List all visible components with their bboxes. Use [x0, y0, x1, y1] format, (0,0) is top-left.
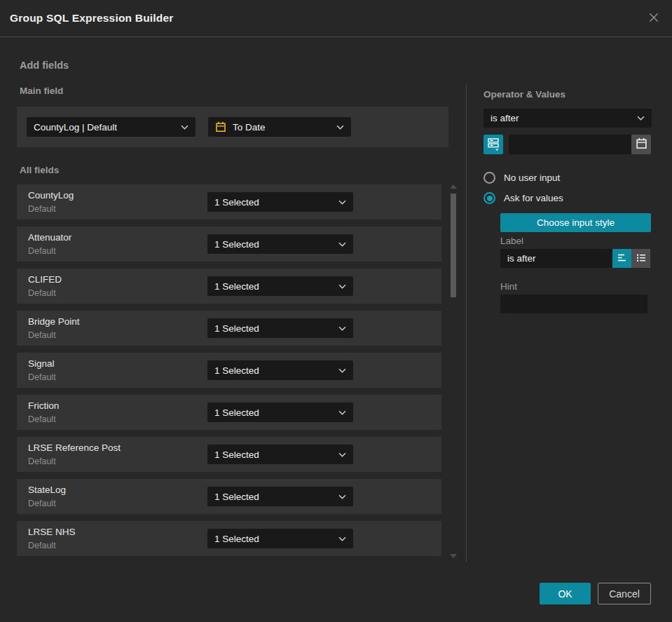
main-field-select-value: CountyLog | Default — [34, 122, 177, 133]
main-field-container: CountyLog | Default To Date — [17, 107, 448, 147]
field-row: LRSE NHS Default 1 Selected — [17, 521, 441, 556]
scroll-down-arrow-icon[interactable] — [450, 554, 457, 558]
field-selection-select[interactable]: 1 Selected — [207, 487, 353, 506]
field-name: Attenuator — [28, 232, 71, 243]
chevron-down-icon — [181, 125, 188, 130]
unique-values-button[interactable] — [484, 135, 503, 154]
field-name: CLIFED — [28, 274, 62, 285]
field-subtitle: Default — [28, 541, 56, 550]
field-selection-select[interactable]: 1 Selected — [207, 529, 353, 548]
label-label: Label — [500, 236, 523, 246]
field-selection: 1 Selected — [214, 323, 334, 334]
field-selection: 1 Selected — [214, 449, 334, 460]
field-selection: 1 Selected — [214, 281, 334, 292]
all-fields-list: CountyLog Default 1 Selected Attenuator … — [17, 184, 441, 563]
field-subtitle: Default — [28, 246, 56, 256]
field-name: Bridge Point — [28, 316, 80, 327]
field-subtitle: Default — [28, 372, 56, 382]
cancel-button[interactable]: Cancel — [598, 583, 651, 604]
field-selection: 1 Selected — [214, 534, 334, 544]
radio-icon — [484, 172, 495, 184]
chevron-down-icon — [338, 326, 346, 331]
single-value-style-button[interactable] — [612, 249, 631, 268]
all-fields-label: All fields — [20, 165, 59, 175]
field-subtitle: Default — [28, 330, 56, 340]
field-selection: 1 Selected — [214, 239, 334, 250]
radio-ask-for-values-label: Ask for values — [504, 193, 563, 203]
field-row: StateLog Default 1 Selected — [17, 479, 441, 514]
field-name: Friction — [28, 400, 59, 411]
field-subtitle: Default — [28, 499, 56, 508]
field-row: Attenuator Default 1 Selected — [17, 227, 441, 262]
radio-no-user-input-label: No user input — [504, 173, 560, 183]
chevron-down-icon — [338, 368, 346, 373]
operator-select[interactable]: is after — [484, 109, 652, 128]
field-selection: 1 Selected — [214, 492, 334, 502]
calendar-icon — [215, 121, 226, 133]
field-row: Signal Default 1 Selected — [17, 353, 441, 388]
ok-button[interactable]: OK — [540, 583, 591, 604]
close-button[interactable] — [645, 10, 662, 27]
chevron-down-icon — [338, 536, 346, 541]
label-input[interactable] — [500, 249, 612, 268]
hint-input[interactable] — [500, 295, 647, 313]
field-name: CountyLog — [28, 190, 74, 201]
close-icon — [648, 12, 659, 25]
field-selection-select[interactable]: 1 Selected — [207, 276, 353, 296]
choose-input-style-button[interactable]: Choose input style — [500, 213, 651, 232]
scroll-up-arrow-icon[interactable] — [450, 184, 457, 189]
main-field-select[interactable]: CountyLog | Default — [27, 117, 196, 137]
value-input[interactable] — [509, 135, 631, 154]
chevron-down-icon — [338, 494, 346, 499]
chevron-down-icon — [338, 242, 346, 247]
field-selection-select[interactable]: 1 Selected — [207, 445, 353, 464]
field-selection-select[interactable]: 1 Selected — [207, 360, 353, 380]
field-row: CLIFED Default 1 Selected — [17, 269, 441, 304]
list-icon — [636, 252, 647, 265]
calendar-icon — [636, 137, 647, 151]
field-selection-select[interactable]: 1 Selected — [207, 318, 353, 338]
field-name: StateLog — [28, 485, 66, 495]
field-row: LRSE Reference Post Default 1 Selected — [17, 437, 441, 472]
panel-divider — [466, 84, 467, 562]
field-subtitle: Default — [28, 414, 56, 424]
date-picker-button[interactable] — [631, 135, 651, 154]
operator-select-value: is after — [491, 113, 633, 123]
field-selection: 1 Selected — [214, 197, 334, 208]
field-selection: 1 Selected — [214, 365, 334, 376]
field-selection-select[interactable]: 1 Selected — [207, 234, 353, 254]
dialog-header: Group SQL Expression Builder — [0, 0, 672, 37]
field-name: LRSE Reference Post — [28, 442, 121, 453]
field-row: Friction Default 1 Selected — [17, 395, 441, 430]
radio-ask-for-values[interactable]: Ask for values — [484, 192, 563, 204]
field-selection: 1 Selected — [214, 407, 334, 418]
field-subtitle: Default — [28, 457, 56, 466]
chevron-down-icon — [338, 410, 346, 415]
radio-no-user-input[interactable]: No user input — [484, 172, 560, 184]
dialog-title: Group SQL Expression Builder — [10, 0, 174, 36]
radio-selected-icon — [484, 192, 495, 204]
field-row: CountyLog Default 1 Selected — [17, 184, 441, 219]
field-subtitle: Default — [28, 288, 56, 298]
main-field-label: Main field — [20, 86, 63, 96]
field-subtitle: Default — [28, 204, 56, 214]
field-name: Signal — [28, 358, 55, 369]
main-field-date-value: To Date — [233, 122, 332, 133]
field-selection-select[interactable]: 1 Selected — [207, 192, 353, 212]
group-sql-expression-builder-dialog: Group SQL Expression Builder Add fields … — [0, 0, 672, 622]
add-fields-heading: Add fields — [20, 60, 69, 71]
chevron-down-icon — [338, 452, 346, 457]
chevron-down-icon — [338, 284, 346, 289]
scrollbar-thumb[interactable] — [451, 194, 456, 297]
hint-label: Hint — [500, 281, 517, 292]
main-field-date-select[interactable]: To Date — [208, 117, 351, 137]
field-name: LRSE NHS — [28, 527, 76, 537]
operator-values-heading: Operator & Values — [484, 89, 565, 100]
field-row: Bridge Point Default 1 Selected — [17, 311, 441, 346]
chevron-down-icon — [637, 116, 645, 121]
fields-scrollbar[interactable] — [448, 181, 458, 562]
unique-values-icon — [486, 136, 500, 154]
list-style-button[interactable] — [631, 249, 650, 268]
chevron-down-icon — [338, 200, 346, 205]
field-selection-select[interactable]: 1 Selected — [207, 403, 353, 422]
